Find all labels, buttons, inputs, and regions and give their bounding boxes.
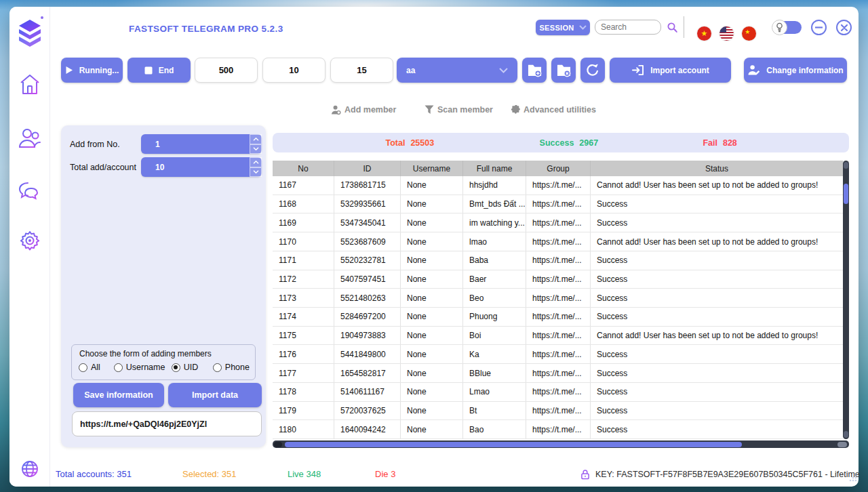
registered-mark-icon [41, 16, 43, 19]
table-row[interactable]: 11745284697200NonePhuonghttps://t.me/...… [273, 308, 843, 327]
settings-gear-icon[interactable] [18, 229, 41, 255]
group-select-dropdown[interactable]: aa [397, 58, 517, 83]
groupbox-label: Choose the form of adding members [79, 349, 212, 358]
table-row[interactable]: 11795720037625NoneBthttps://t.me/...Succ… [273, 402, 843, 421]
table-cell: https://t.me/... [526, 345, 591, 363]
resize-grip-icon[interactable] [849, 472, 857, 485]
tab-add-member[interactable]: Add member [331, 102, 396, 117]
table-row[interactable]: 11695347345041Noneim watching y...https:… [273, 213, 843, 232]
count-input-1[interactable] [195, 58, 258, 83]
table-row[interactable]: 11801640094242NoneBaohttps://t.me/...Suc… [273, 420, 843, 439]
table-cell: https://t.me/... [526, 251, 591, 270]
minimize-button[interactable] [811, 20, 827, 35]
table-cell: Success [591, 345, 843, 363]
column-header-fullname[interactable]: Full name [463, 161, 526, 176]
count-input-2[interactable] [262, 58, 326, 83]
table-row[interactable]: 11765441849800NoneKahttps://t.me/...Succ… [273, 345, 843, 364]
table-cell: Baba [463, 251, 526, 270]
flag-vietnam[interactable]: ★ [697, 26, 711, 41]
column-header-id[interactable]: ID [334, 161, 401, 176]
import-account-button[interactable]: Import account [610, 58, 731, 83]
table-cell: 1177 [273, 364, 334, 382]
table-cell: 1180 [273, 420, 334, 438]
table-cell: BBlue [463, 364, 526, 382]
table-cell: Cannot add! User has been set up to not … [591, 232, 843, 251]
table-cell: Cannot add! User has been set up to not … [591, 176, 843, 194]
globe-icon[interactable] [20, 459, 39, 481]
group-link-input[interactable] [72, 411, 262, 436]
remove-folder-button[interactable] [551, 58, 576, 83]
vertical-scrollbar-thumb[interactable] [844, 184, 848, 204]
spinner-up-button[interactable] [250, 157, 262, 167]
spinner-down-button[interactable] [250, 144, 262, 155]
change-information-button[interactable]: Change information [744, 58, 847, 83]
column-header-status[interactable]: Status [591, 161, 843, 176]
flag-usa[interactable] [719, 26, 734, 41]
spinner-down-button[interactable] [250, 167, 262, 178]
vertical-scrollbar[interactable] [843, 161, 849, 439]
members-icon[interactable] [18, 127, 41, 152]
add-from-spinner[interactable]: 1 [141, 134, 262, 154]
stat-success: Success 2967 [540, 138, 599, 148]
star-icon: ★ [745, 29, 750, 35]
end-button[interactable]: End [127, 58, 191, 83]
total-add-spinner[interactable]: 10 [141, 157, 262, 177]
table-header: No ID Username Full name Group Status [273, 161, 843, 176]
table-row[interactable]: 11751904973883NoneBoihttps://t.me/...Can… [273, 327, 843, 346]
search-icon[interactable] [667, 22, 678, 36]
table-cell: 1172 [273, 270, 334, 289]
add-folder-button[interactable] [522, 58, 547, 83]
table-cell: 5140611167 [334, 383, 401, 401]
count-input-3[interactable] [330, 58, 393, 83]
tab-scan-member[interactable]: Scan member [425, 102, 493, 117]
radio-all[interactable]: All [79, 363, 114, 372]
table-cell: None [401, 251, 463, 270]
table-cell: 1170 [273, 232, 334, 251]
flag-china[interactable]: ★ [742, 26, 756, 41]
column-header-username[interactable]: Username [401, 161, 463, 176]
import-account-label: Import account [650, 66, 709, 75]
table-row[interactable]: 11685329935661NoneBmt_bds Đất ...https:/… [273, 195, 843, 214]
running-button[interactable]: Running... [61, 58, 123, 83]
stats-bar: Total 25503 Success 2967 Fail 828 [273, 133, 849, 152]
table-cell: 5407597451 [334, 270, 401, 289]
home-icon[interactable] [19, 73, 41, 99]
table-cell: 1179 [273, 402, 334, 420]
radio-uid[interactable]: UID [172, 363, 213, 372]
horizontal-scrollbar-thumb[interactable] [285, 442, 742, 447]
close-button[interactable] [836, 20, 852, 35]
chat-icon[interactable] [18, 181, 41, 204]
running-button-label: Running... [79, 66, 119, 75]
search-input[interactable] [595, 20, 661, 35]
table-row[interactable]: 11705523687609Nonelmaohttps://t.me/...Ca… [273, 232, 843, 251]
tab-advanced-utilities[interactable]: Advanced utilities [510, 102, 596, 117]
import-data-button[interactable]: Import data [168, 383, 262, 407]
table-row[interactable]: 11715520232781NoneBabahttps://t.me/...Su… [273, 251, 843, 270]
table-row[interactable]: 11785140611167NoneLmaohttps://t.me/...Su… [273, 383, 843, 402]
refresh-button[interactable] [580, 58, 605, 83]
save-information-button[interactable]: Save information [73, 383, 164, 407]
stat-fail: Fail 828 [703, 138, 736, 148]
table-cell: Beo [463, 289, 526, 307]
radio-username[interactable]: Username [114, 363, 172, 372]
radio-phone[interactable]: Phone [213, 363, 250, 372]
session-dropdown[interactable]: SESSION [536, 20, 590, 35]
spinner-up-button[interactable] [250, 134, 262, 144]
table-row[interactable]: 11771654582817NoneBBluehttps://t.me/...S… [273, 364, 843, 383]
horizontal-scrollbar[interactable] [273, 440, 849, 448]
table-row[interactable]: 11735521480263NoneBeohttps://t.me/...Suc… [273, 289, 843, 308]
die-label: Die [375, 469, 389, 479]
table-cell: 5720037625 [334, 402, 401, 420]
table-cell: Cannot add! User has been set up to not … [591, 327, 843, 345]
table-row[interactable]: 11671738681715Nonehhsjdhdhttps://t.me/..… [273, 176, 843, 195]
table-cell: Success [591, 420, 843, 438]
theme-toggle[interactable] [774, 21, 802, 34]
table-row[interactable]: 11725407597451NoneBaerhttps://t.me/...Su… [273, 270, 843, 289]
person-add-icon [331, 105, 341, 115]
refresh-icon [585, 63, 600, 78]
scrollbar-cap [274, 442, 282, 447]
column-header-no[interactable]: No [273, 161, 334, 176]
column-header-group[interactable]: Group [526, 161, 591, 176]
table-cell: None [401, 420, 463, 438]
scrollbar-cap [844, 162, 848, 169]
